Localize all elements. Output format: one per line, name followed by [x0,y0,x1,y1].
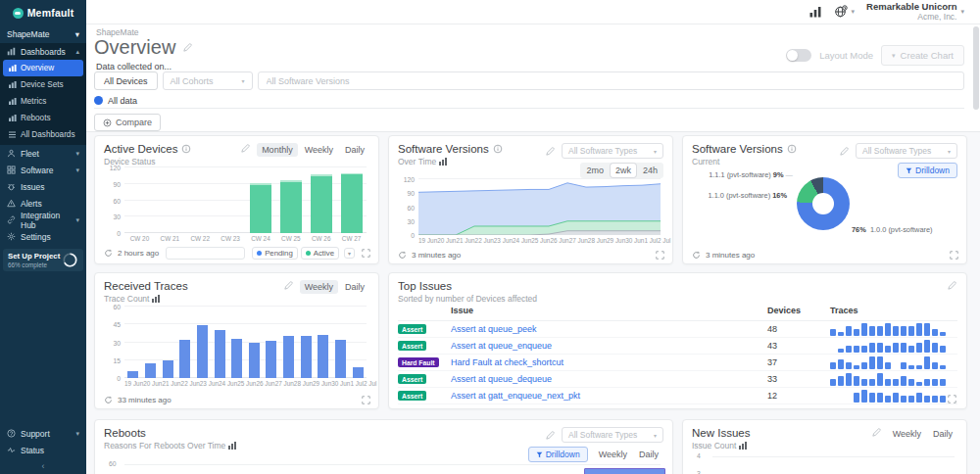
sidebar-item-integration-hub[interactable]: Integration Hub▾ [0,212,86,228]
range-daily-button[interactable]: Daily [340,280,369,294]
bar-cw-27[interactable] [341,167,363,233]
software-types-select[interactable]: All Software Types ▾ [562,427,663,443]
expand-icon[interactable] [362,249,370,258]
stats-icon[interactable] [808,5,822,19]
bar-cw-24[interactable] [250,167,271,233]
bar-2-jul[interactable] [353,307,364,378]
legend-chip-pending[interactable]: Pending [252,247,298,260]
range-weekly-button[interactable]: Weekly [300,280,338,294]
bar-27-jun[interactable] [266,307,276,378]
edit-chart-icon[interactable] [545,146,556,157]
refresh-icon[interactable] [692,251,701,260]
range-weekly-button[interactable]: Weekly [888,427,926,441]
bar-cw-22[interactable] [189,167,211,233]
legend-chip-active[interactable]: Active [301,247,339,260]
status-icon [7,446,16,454]
sidebar-item-dashboards[interactable]: Dashboards ▴ [0,43,86,60]
bar-cw-23[interactable] [220,167,241,233]
range-weekly-button[interactable]: Weekly [300,143,338,157]
range-daily-button[interactable]: Daily [340,143,369,157]
expand-icon[interactable] [362,396,370,404]
software-versions-input[interactable] [258,71,964,90]
sidebar-item-alerts[interactable]: Alerts [0,195,86,212]
sidebar-collapse-button[interactable]: ‹ [0,459,86,472]
edit-chart-icon[interactable] [545,430,556,441]
bar-24-jun[interactable] [215,307,225,378]
edit-title-icon[interactable] [182,42,193,53]
software-types-select[interactable]: All Software Types ▾ [856,143,957,159]
bar-segment-traces [179,340,190,378]
series-filter-input[interactable] [166,247,245,260]
range-daily-button[interactable]: Daily [928,427,957,441]
range-24h-button[interactable]: 24h [638,164,662,177]
expand-icon[interactable] [950,251,958,260]
issue-link[interactable]: Hard Fault at check_shortcut [451,357,767,367]
sidebar-item-device-sets[interactable]: Device Sets [3,76,83,93]
bar-20-jun[interactable] [145,307,156,378]
bar-28-jun[interactable] [283,307,294,378]
bar-22-jun[interactable] [179,307,190,378]
app-logo[interactable]: Memfault [0,0,86,25]
sidebar-item-metrics[interactable]: Metrics [3,93,83,110]
bar-29-jun[interactable] [301,307,312,378]
range-daily-button[interactable]: Daily [634,448,663,461]
bar-21-jun[interactable] [163,307,173,378]
bar-23-jun[interactable] [197,307,208,378]
sidebar-item-all-dashboards[interactable]: All Dashboards [3,126,83,143]
bar-26-jun[interactable] [249,307,260,378]
scrollbar[interactable] [973,26,979,472]
sidebar-item-issues[interactable]: Issues [0,178,86,195]
all-data-radio[interactable] [94,96,103,105]
issue-link[interactable]: Assert at queue_dequeue [451,374,767,384]
drilldown-button[interactable]: Drilldown [898,163,957,178]
sidebar-item-fleet[interactable]: Fleet▾ [0,145,86,162]
software-types-select[interactable]: All Software Types ▾ [562,143,663,159]
layout-mode-toggle[interactable] [786,49,811,62]
issue-link[interactable]: Assert at gatt_enqueue_next_pkt [451,391,767,401]
setup-project[interactable]: Set Up Project 66% complete [3,249,83,271]
all-devices-button[interactable]: All Devices [94,71,158,90]
sidebar-item-support[interactable]: Support▾ [0,425,86,442]
drilldown-button[interactable]: Drilldown [528,447,588,462]
bar-19-jun[interactable] [127,307,138,378]
bar-cw-25[interactable] [280,167,302,233]
issue-link[interactable]: Assert at queue_peek [451,324,767,334]
bar-30-jun[interactable] [318,307,328,378]
globe-clock-icon[interactable] [834,5,848,19]
refresh-icon[interactable] [104,249,113,258]
bar-cw-20[interactable] [128,167,150,233]
edit-chart-icon[interactable] [871,427,882,438]
create-chart-button[interactable]: ▾ Create Chart [881,45,964,66]
range-2mo-button[interactable]: 2mo [581,164,609,177]
sidebar-item-software[interactable]: Software▾ [0,162,86,178]
edit-chart-icon[interactable] [839,146,850,157]
edit-chart-icon[interactable] [947,280,957,291]
cohorts-select[interactable]: All Cohorts ▾ [163,71,253,90]
bar-cw-21[interactable] [159,167,180,233]
issue-link[interactable]: Assert at queue_enqueue [451,341,767,351]
info-icon[interactable] [493,144,503,154]
bar-1-jul[interactable] [335,307,346,378]
edit-chart-icon[interactable] [240,143,251,154]
sidebar-item-reboots[interactable]: Reboots [3,110,83,126]
bar-25-jun[interactable] [231,307,242,378]
range-2wk-button[interactable]: 2wk [611,164,636,177]
info-icon[interactable] [787,144,797,154]
info-icon[interactable] [181,144,191,154]
refresh-icon[interactable] [104,396,113,404]
sidebar-item-overview[interactable]: Overview [3,60,83,76]
range-weekly-button[interactable]: Weekly [594,448,632,461]
compare-button[interactable]: Compare [94,114,161,131]
range-monthly-button[interactable]: Monthly [257,143,298,157]
reboot-bar[interactable] [584,468,665,474]
legend-more-button[interactable]: ▾ [344,248,355,259]
bar-cw-26[interactable] [311,167,332,233]
project-selector[interactable]: ShapeMate ▾ [0,25,86,43]
sidebar-item-settings[interactable]: Settings [0,228,86,245]
sidebar-item-status[interactable]: Status [0,442,86,458]
refresh-icon[interactable] [398,251,407,260]
expand-icon[interactable] [948,395,956,403]
expand-icon[interactable] [656,251,664,260]
edit-chart-icon[interactable] [283,280,294,291]
org-selector[interactable]: Remarkable Unicorn Acme, Inc. [866,2,956,23]
